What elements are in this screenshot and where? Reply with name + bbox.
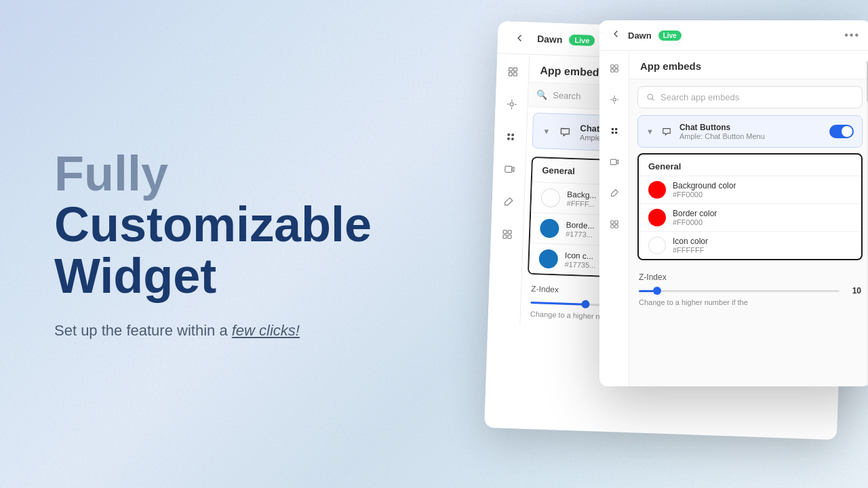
overlay-chat-item[interactable]: ▼ Chat Buttons Ample: Chat Button Menu xyxy=(637,115,863,148)
svg-rect-23 xyxy=(610,159,616,165)
overlay-store-name: Dawn xyxy=(628,30,652,41)
overlay-icon-color-row[interactable]: Icon color #FFFFFF xyxy=(639,231,861,259)
svg-rect-2 xyxy=(509,73,512,76)
overlay-search-icon xyxy=(646,93,655,102)
ui-mockup-section: Dawn Live ··· xyxy=(477,0,868,488)
overlay-bg-name: Background color xyxy=(673,181,736,190)
nav-grid-icon[interactable] xyxy=(497,224,517,244)
ui-card-overlay: Dawn Live ••• xyxy=(599,20,868,386)
svg-rect-26 xyxy=(610,225,613,228)
svg-point-8 xyxy=(511,138,513,140)
back-bg-color-circle xyxy=(540,188,560,207)
overlay-sidebar xyxy=(599,51,629,386)
back-icon[interactable] xyxy=(509,26,531,49)
overlay-border-color-circle xyxy=(648,209,666,226)
nav-layout-icon[interactable] xyxy=(502,62,522,81)
main-title: Fully Customizable Widget xyxy=(54,148,423,302)
svg-rect-13 xyxy=(507,235,511,239)
overlay-toggle[interactable] xyxy=(829,125,854,138)
overlay-general-box: General Background color #FF0000 Borde xyxy=(637,153,863,260)
subtitle: Set up the feature within a few clicks! xyxy=(54,322,423,340)
hero-section: Fully Customizable Widget Set up the fea… xyxy=(0,108,477,381)
overlay-icon-hex: #FFFFFF xyxy=(673,246,708,254)
svg-rect-10 xyxy=(503,230,507,234)
overlay-chevron-icon: ▼ xyxy=(646,127,654,136)
back-slider-thumb xyxy=(581,300,589,308)
subtitle-link[interactable]: few clicks! xyxy=(232,322,300,339)
back-slider-fill xyxy=(530,302,587,306)
overlay-slider-value: 10 xyxy=(845,286,861,296)
svg-rect-12 xyxy=(502,235,506,239)
svg-rect-9 xyxy=(505,166,511,172)
svg-point-5 xyxy=(507,134,510,136)
overlay-bg-hex: #FF0000 xyxy=(673,190,736,199)
overlay-icon-name: Icon color xyxy=(673,237,708,246)
title-line1: Fully xyxy=(54,148,423,200)
overlay-zindex-label: Z-Index xyxy=(639,272,861,282)
back-chat-icon xyxy=(557,123,574,140)
svg-rect-25 xyxy=(614,221,617,224)
overlay-body: App embeds Search app embeds ▼ Chat Butt… xyxy=(599,51,868,386)
overlay-back-icon[interactable] xyxy=(610,28,621,42)
svg-point-19 xyxy=(611,128,614,131)
overlay-chat-sub: Ample: Chat Button Menu xyxy=(679,132,824,140)
overlay-gear-icon[interactable] xyxy=(605,90,624,109)
nav-brush-icon[interactable] xyxy=(498,192,518,211)
overlay-border-hex: #FF0000 xyxy=(673,218,717,226)
overlay-search-placeholder: Search app embeds xyxy=(660,92,739,102)
overlay-border-color-row[interactable]: Border color #FF0000 xyxy=(639,203,861,231)
overlay-slider-thumb xyxy=(653,287,661,295)
overlay-apps-icon[interactable] xyxy=(605,121,624,140)
back-live-badge: Live xyxy=(569,34,595,45)
svg-point-18 xyxy=(612,98,615,101)
svg-rect-0 xyxy=(509,68,512,71)
overlay-live-badge: Live xyxy=(658,30,682,41)
overlay-grid-icon[interactable] xyxy=(605,215,624,234)
nav-video-icon[interactable] xyxy=(499,159,519,179)
svg-rect-17 xyxy=(614,69,617,72)
overlay-chat-icon xyxy=(659,124,674,139)
back-icon-color-circle xyxy=(538,249,558,268)
overlay-panel: App embeds Search app embeds ▼ Chat Butt… xyxy=(629,51,868,386)
back-search-placeholder: Search xyxy=(553,90,581,101)
svg-point-4 xyxy=(510,102,513,106)
back-chevron-icon: ▼ xyxy=(542,127,550,135)
overlay-zindex-section: Z-Index 10 Change to a higher number if … xyxy=(629,266,868,313)
overlay-border-color-text: Border color #FF0000 xyxy=(673,209,717,226)
overlay-border-name: Border color xyxy=(673,209,717,218)
overlay-icon-color-circle xyxy=(648,237,666,254)
svg-point-7 xyxy=(507,138,509,140)
svg-point-22 xyxy=(614,131,617,134)
nav-gear-icon[interactable] xyxy=(502,94,521,114)
subtitle-plain: Set up the feature within a xyxy=(54,322,232,339)
svg-rect-14 xyxy=(610,65,613,68)
svg-rect-15 xyxy=(614,65,617,68)
svg-rect-24 xyxy=(610,221,613,224)
overlay-slider-track xyxy=(639,290,840,292)
overlay-search-bar[interactable]: Search app embeds xyxy=(637,86,863,108)
overlay-bg-color-text: Background color #FF0000 xyxy=(673,181,736,199)
back-border-color-circle xyxy=(540,218,559,238)
overlay-layout-icon[interactable] xyxy=(605,59,624,78)
overlay-bg-color-row[interactable]: Background color #FF0000 xyxy=(639,176,861,203)
overlay-topbar: Dawn Live ••• xyxy=(599,20,868,51)
overlay-brush-icon[interactable] xyxy=(605,184,624,203)
svg-rect-1 xyxy=(513,68,517,71)
svg-rect-11 xyxy=(508,230,511,234)
overlay-more-btn[interactable]: ••• xyxy=(844,29,860,41)
overlay-chat-info: Chat Buttons Ample: Chat Button Menu xyxy=(679,123,824,140)
overlay-panel-title: App embeds xyxy=(629,51,868,79)
overlay-slider-row[interactable]: 10 xyxy=(639,286,861,296)
svg-rect-16 xyxy=(610,69,613,72)
nav-apps-icon[interactable] xyxy=(500,127,520,146)
svg-rect-3 xyxy=(513,73,517,76)
svg-point-21 xyxy=(611,131,614,134)
svg-point-20 xyxy=(614,128,617,131)
overlay-general-title: General xyxy=(639,155,861,176)
title-line3: Widget xyxy=(54,251,423,302)
overlay-zindex-hint: Change to a higher number if the xyxy=(639,298,861,306)
overlay-icon-color-text: Icon color #FFFFFF xyxy=(673,237,708,254)
overlay-video-icon[interactable] xyxy=(605,152,624,171)
overlay-bg-color-circle xyxy=(648,181,666,199)
back-search-icon: 🔍 xyxy=(536,89,548,100)
